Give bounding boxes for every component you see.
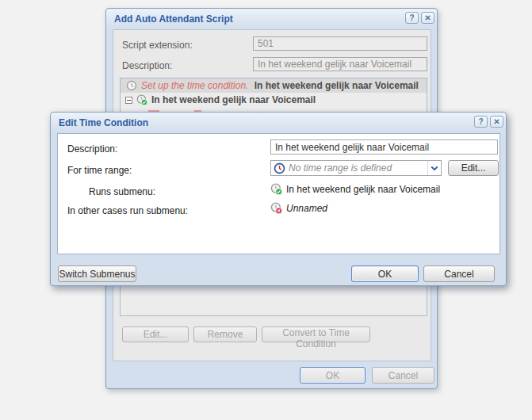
time-range-dropdown[interactable]: No time range is defined [270, 160, 442, 176]
edit-description-input[interactable] [270, 139, 498, 155]
close-icon[interactable]: ✕ [490, 116, 503, 128]
collapse-icon[interactable] [125, 97, 132, 104]
tree-row-submenu[interactable]: In het weekend gelijk naar Voicemail [121, 93, 427, 107]
add-dialog-cancel-button[interactable]: Cancel [372, 367, 434, 384]
time-range-clock-icon [274, 162, 285, 174]
clock-icon [126, 80, 137, 91]
edit-dialog-content-panel: Description: For time range: No time ran… [57, 133, 500, 254]
convert-to-time-condition-button[interactable]: Convert to Time Condition [262, 326, 370, 342]
other-cases-label: In other cases run submenu: [67, 205, 188, 216]
add-dialog-titlebar: Add Auto Attendant Script ? ✕ [106, 9, 437, 28]
time-range-selected-value: No time range is defined [285, 162, 427, 174]
edit-dialog-titlebar-buttons: ? ✕ [474, 116, 503, 128]
description-input[interactable] [253, 57, 427, 71]
time-range-edit-button[interactable]: Edit... [448, 160, 499, 176]
clock-check-icon [136, 94, 147, 105]
edit-description-label: Description: [67, 143, 117, 155]
chevron-down-icon[interactable] [427, 161, 441, 175]
add-dialog-title: Add Auto Attendant Script [114, 13, 233, 25]
clock-check-icon [270, 183, 282, 195]
remove-node-button[interactable]: Remove [193, 326, 257, 342]
runs-submenu-value-row: In het weekend gelijk naar Voicemail [270, 183, 440, 195]
help-icon[interactable]: ? [405, 12, 419, 24]
description-label: Description: [122, 60, 172, 71]
other-cases-value-row: Unnamed [270, 202, 327, 214]
for-time-range-label: For time range: [67, 165, 132, 176]
tree-row-title: In het weekend gelijk naar Voicemail [151, 94, 316, 105]
edit-dialog-cancel-button[interactable]: Cancel [423, 265, 495, 282]
edit-dialog-title: Edit Time Condition [59, 117, 148, 128]
script-extension-input[interactable] [253, 36, 427, 51]
tree-row-title: In het weekend gelijk naar Voicemail [255, 80, 419, 91]
clock-error-icon [270, 202, 282, 214]
desktop-background: Add Auto Attendant Script ? ✕ Script ext… [0, 0, 532, 420]
tree-row-time-condition[interactable]: Set up the time condition. In het weeken… [121, 78, 427, 93]
runs-submenu-label: Runs submenu: [89, 186, 155, 197]
help-icon[interactable]: ? [474, 116, 488, 128]
add-dialog-titlebar-buttons: ? ✕ [405, 12, 434, 24]
switch-submenus-button[interactable]: Switch Submenus [58, 265, 136, 282]
edit-node-button[interactable]: Edit... [122, 326, 189, 342]
edit-time-condition-dialog: Edit Time Condition ? ✕ Description: For… [50, 112, 507, 286]
script-extension-label: Script extension: [122, 40, 193, 51]
edit-dialog-titlebar: Edit Time Condition ? ✕ [51, 113, 506, 132]
add-dialog-ok-button[interactable]: OK [300, 367, 366, 384]
runs-submenu-value: In het weekend gelijk naar Voicemail [286, 184, 440, 195]
edit-dialog-ok-button[interactable]: OK [351, 265, 419, 282]
close-icon[interactable]: ✕ [421, 12, 434, 24]
time-condition-warning-text: Set up the time condition. [141, 80, 251, 91]
other-cases-value: Unnamed [286, 203, 327, 214]
